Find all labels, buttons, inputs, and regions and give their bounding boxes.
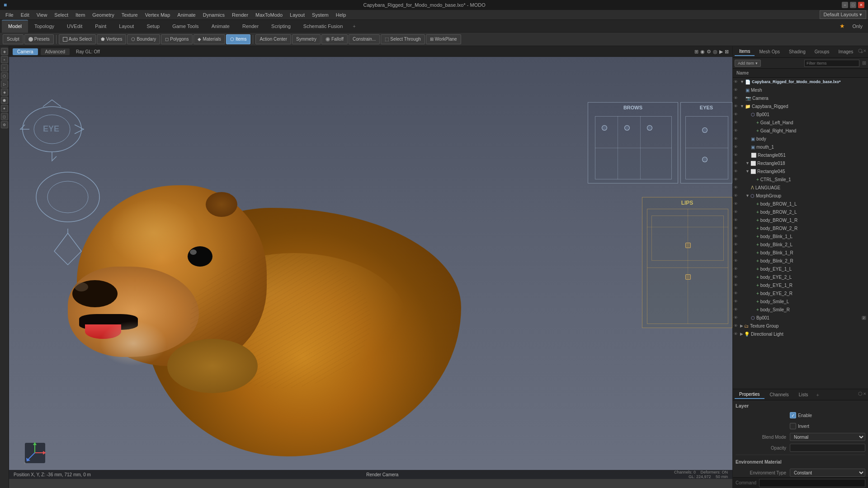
- tab-add-button[interactable]: +: [349, 22, 359, 31]
- falloff-button[interactable]: Falloff: [321, 34, 348, 44]
- tab-game-tools[interactable]: Game Tools: [166, 20, 205, 33]
- sidebar-btn-8[interactable]: ✦: [1, 105, 8, 112]
- menu-vertex-map[interactable]: Vertex Map: [142, 11, 174, 19]
- tree-item-bp001[interactable]: 👁 ⬡ Bp001: [733, 110, 868, 118]
- eye-icon[interactable]: 👁: [734, 218, 738, 222]
- tree-item-body-brow-2l[interactable]: 👁 + body_BROW_2_L: [733, 208, 868, 216]
- eye-icon[interactable]: 👁: [734, 315, 738, 320]
- tab-uvedit[interactable]: UVEdit: [61, 20, 89, 33]
- tree-item-rect051[interactable]: 👁 ⬜ Rectangle051: [733, 151, 868, 159]
- eye-icon[interactable]: 👁: [734, 80, 738, 84]
- tab-animate[interactable]: Animate: [205, 20, 236, 33]
- tree-item-body-blink-2l[interactable]: 👁 + body_Blink_2_L: [733, 240, 868, 249]
- lips-ctrl-2[interactable]: [685, 274, 691, 280]
- presets-button[interactable]: Presets: [24, 34, 54, 44]
- tree-item-rect045[interactable]: 👁 ▼ ⬜ Rectangle045: [733, 167, 868, 175]
- tree-item-body[interactable]: 👁 ▣ body: [733, 135, 868, 143]
- eye-icon[interactable]: 👁: [734, 177, 738, 182]
- rp-tab-images[interactable]: Images: [834, 48, 858, 56]
- eye-icon[interactable]: 👁: [734, 226, 738, 230]
- only-toggle[interactable]: Only: [849, 22, 866, 31]
- tree-item-language[interactable]: 👁 Λ LANGUAGE: [733, 183, 868, 192]
- sidebar-btn-3[interactable]: −: [1, 64, 8, 71]
- bp-tab-lists[interactable]: Lists: [794, 391, 813, 399]
- bp-tab-properties[interactable]: Properties: [735, 390, 764, 399]
- tree-item-body-eye-1l[interactable]: 👁 + body_EYE_1_L: [733, 265, 868, 273]
- tree-item-body-eye-2l[interactable]: 👁 + body_EYE_2_L: [733, 273, 868, 281]
- vp-ctrl-5[interactable]: ▶: [719, 49, 723, 55]
- tab-layout[interactable]: Layout: [113, 20, 140, 33]
- enable-checkbox[interactable]: ✓: [790, 412, 796, 418]
- eye-icon[interactable]: 👁: [734, 291, 738, 296]
- cmd-input[interactable]: [759, 479, 865, 487]
- tab-setup[interactable]: Setup: [140, 20, 166, 33]
- eye-icon[interactable]: 👁: [734, 136, 738, 141]
- items-button[interactable]: ⬡ Items: [226, 34, 250, 44]
- opacity-input[interactable]: 100.0 %: [790, 444, 865, 452]
- eye-icon[interactable]: 👁: [734, 202, 738, 206]
- vertices-button[interactable]: ⬟ Vertices: [97, 34, 127, 44]
- action-center-button[interactable]: Action Center: [255, 34, 291, 44]
- sidebar-btn-9[interactable]: ◻: [1, 113, 8, 120]
- eye-icon[interactable]: 👁: [734, 242, 738, 247]
- tree-item-camera[interactable]: 👁 📷 Camera: [733, 94, 868, 102]
- menu-file[interactable]: File: [2, 11, 17, 19]
- menu-texture[interactable]: Texture: [118, 11, 142, 19]
- filter-items-input[interactable]: [804, 60, 859, 67]
- sidebar-btn-2[interactable]: +: [1, 56, 8, 63]
- eye-icon[interactable]: 👁: [734, 96, 738, 100]
- tree-item-body-smile-l[interactable]: 👁 + body_Smile_L: [733, 297, 868, 305]
- menu-item[interactable]: Item: [72, 11, 89, 19]
- eye-icon[interactable]: 👁: [734, 120, 738, 125]
- tree-item-body-blink-2r[interactable]: 👁 + body_Blink_2_R: [733, 257, 868, 265]
- tab-schematic-fusion[interactable]: Schematic Fusion: [297, 20, 349, 33]
- menu-system[interactable]: System: [308, 11, 332, 19]
- boundary-button[interactable]: ⬡ Boundary: [127, 34, 160, 44]
- tree-item-bp001-2[interactable]: 👁 ⬡ Bp001 2: [733, 314, 868, 322]
- vp-ctrl-4[interactable]: ◎: [713, 49, 717, 55]
- bp-tab-add[interactable]: +: [813, 391, 821, 399]
- menu-layout[interactable]: Layout: [286, 11, 308, 19]
- vp-ctrl-1[interactable]: ⊞: [694, 49, 698, 55]
- tab-scripting[interactable]: Scripting: [265, 20, 297, 33]
- close-button[interactable]: ✕: [858, 2, 864, 8]
- eye-ctrl-1[interactable]: [702, 127, 708, 133]
- menu-dynamics[interactable]: Dynamics: [199, 11, 228, 19]
- eye-icon[interactable]: 👁: [734, 153, 738, 157]
- viewport[interactable]: Camera Advanced Ray GL: Off ⊞ ◉ ⚙ ◎ ▶ ⊠: [9, 46, 732, 488]
- minimize-button[interactable]: −: [842, 2, 848, 8]
- eye-icon[interactable]: 👁: [734, 185, 738, 190]
- eye-icon[interactable]: 👁: [734, 275, 738, 279]
- tree-item-body-smile-r[interactable]: 👁 + body_Smile_R: [733, 305, 868, 314]
- viewport-tab-camera[interactable]: Camera: [13, 48, 38, 55]
- bp-tab-channels[interactable]: Channels: [765, 391, 793, 399]
- bottom-panel-expand[interactable]: ⬡: [858, 391, 863, 397]
- tab-render[interactable]: Render: [236, 20, 265, 33]
- tree-item-body-brow-1l[interactable]: 👁 + body_BROW_1_L: [733, 200, 868, 208]
- invert-checkbox[interactable]: [790, 423, 796, 429]
- tree-item-directional-light[interactable]: 👁 ▶ 💡 Directional Light: [733, 330, 868, 338]
- workplane-button[interactable]: ⊞ WorkPlane: [426, 34, 461, 44]
- rp-tab-items[interactable]: Items: [735, 47, 755, 56]
- blend-mode-dropdown[interactable]: Normal Add Multiply Screen: [790, 433, 865, 441]
- eye-icon[interactable]: 👁: [734, 332, 738, 336]
- menu-select[interactable]: Select: [51, 11, 72, 19]
- tab-model[interactable]: Model: [2, 20, 28, 33]
- eye-ctrl-2[interactable]: [702, 157, 708, 162]
- tree-item-morphgroup[interactable]: 👁 ▼ ⬡ MorphGroup: [733, 192, 868, 200]
- symmetry-button[interactable]: Symmetry: [292, 34, 321, 44]
- bottom-panel-collapse[interactable]: ×: [863, 391, 866, 397]
- eye-icon[interactable]: 👁: [734, 161, 738, 165]
- tree-item-body-eye-2r[interactable]: 👁 + body_EYE_2_R: [733, 289, 868, 297]
- tree-item-body-brow-2r[interactable]: 👁 + body_BROW_2_R: [733, 224, 868, 232]
- tree-item-mouth[interactable]: 👁 ▣ mouth_1: [733, 143, 868, 151]
- panel-collapse-btn[interactable]: ×: [863, 48, 866, 54]
- rp-tab-shading[interactable]: Shading: [784, 48, 810, 56]
- eye-icon[interactable]: 👁: [734, 324, 738, 328]
- tree-item-capybara-rigged[interactable]: 👁 ▼ 📁 Capybara_Rigged: [733, 102, 868, 110]
- select-through-button[interactable]: ⬚ Select Through: [381, 34, 425, 44]
- sidebar-btn-7[interactable]: ⬟: [1, 97, 8, 104]
- menu-view[interactable]: View: [33, 11, 51, 19]
- eye-icon[interactable]: 👁: [734, 307, 738, 312]
- menu-help[interactable]: Help: [332, 11, 350, 19]
